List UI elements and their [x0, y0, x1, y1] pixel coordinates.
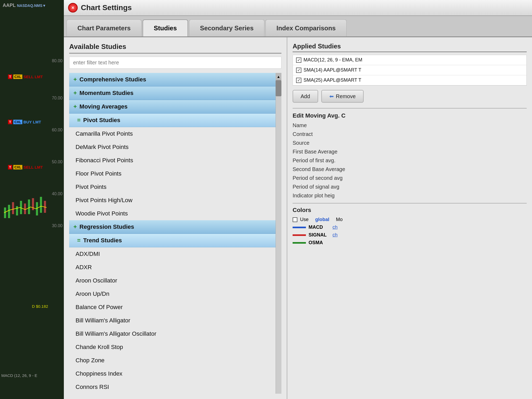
tab-secondary-series-label: Secondary Series: [200, 24, 253, 32]
svg-rect-1: [8, 205, 10, 218]
list-item-regression[interactable]: + Regression Studies: [69, 220, 281, 234]
field-second-period: Period of second avg: [293, 175, 527, 181]
list-item-momentum[interactable]: + Momentum Studies: [69, 86, 281, 100]
exchange-text: NASDAQ.NMS▼: [17, 3, 46, 8]
list-item-adxdmi[interactable]: ADX/DMI: [69, 247, 281, 261]
list-item-balance[interactable]: Balance Of Power: [69, 301, 281, 314]
use-global-checkbox[interactable]: [293, 217, 297, 222]
studies-list: + Comprehensive Studies + Momentum Studi…: [69, 73, 281, 394]
tab-chart-parameters-label: Chart Parameters: [77, 24, 131, 32]
study-label-bw-alligator: Bill William's Alligator: [76, 317, 130, 324]
sell-lmt-text-1: SELL LMT: [23, 74, 43, 79]
osma-color-swatch[interactable]: [293, 242, 306, 244]
cxl-badge-3: CXL: [13, 165, 22, 169]
global-link[interactable]: global: [315, 217, 329, 222]
expand-icon-momentum: +: [73, 90, 77, 97]
applied-studies-title: Applied Studies: [293, 43, 527, 52]
study-label-chande: Chande Kroll Stop: [76, 344, 123, 351]
applied-item-sma25[interactable]: ✓ SMA(25) AAPL@SMART T: [293, 75, 526, 85]
macd-color-swatch[interactable]: [293, 227, 306, 228]
list-item-choppiness[interactable]: Choppiness Index: [69, 367, 281, 380]
close-button[interactable]: ×: [68, 3, 78, 13]
study-label-trend: Trend Studies: [83, 237, 122, 244]
t-badge-3: T: [8, 165, 12, 169]
list-item-chop-zone[interactable]: Chop Zone: [69, 354, 281, 367]
sell-lmt-text-2: SELL LMT: [23, 165, 43, 169]
signal-color-label: SIGNAL: [309, 232, 330, 238]
remove-button[interactable]: ⬅ Remove: [321, 90, 364, 103]
tab-chart-parameters[interactable]: Chart Parameters: [66, 19, 142, 36]
list-item-fibonacci[interactable]: Fibonacci Pivot Points: [69, 154, 281, 167]
chart-settings-dialog: × Chart Settings Chart Parameters Studie…: [64, 0, 532, 399]
checkbox-sma25[interactable]: ✓: [296, 78, 301, 83]
signal-color-link[interactable]: ch: [332, 232, 338, 238]
list-item-demark[interactable]: DeMark Pivot Points: [69, 140, 281, 154]
study-label-momentum: Momentum Studies: [80, 90, 134, 97]
list-item-pivot-points[interactable]: Pivot Points: [69, 180, 281, 194]
field-first-period-label: Period of first avg.: [293, 157, 367, 164]
svg-rect-6: [28, 200, 30, 214]
study-label-camarilla: Camarilla Pivot Points: [76, 130, 133, 137]
study-label-floor: Floor Pivot Points: [76, 170, 121, 177]
list-item-aroon-osc[interactable]: Aroon Oscillator: [69, 274, 281, 287]
tab-studies[interactable]: Studies: [143, 19, 188, 36]
tab-index-comparisons[interactable]: Index Comparisons: [265, 19, 347, 36]
d-value: D $0.182: [32, 304, 48, 309]
price-label-3: 60.00: [52, 128, 63, 132]
field-second-period-label: Period of second avg: [293, 175, 367, 181]
list-item-camarilla[interactable]: Camarilla Pivot Points: [69, 127, 281, 140]
scrollbar-track: ▲: [276, 73, 281, 394]
field-contract-label: Contract: [293, 131, 367, 137]
study-label-comprehensive: Comprehensive Studies: [80, 76, 146, 83]
colors-section: Colors Use global Mo MACD ch SIGNAL ch: [293, 203, 527, 246]
study-label-chop-zone: Chop Zone: [76, 357, 105, 364]
svg-rect-2: [12, 202, 14, 214]
t-badge-2: T: [8, 120, 12, 124]
add-button[interactable]: Add: [293, 90, 318, 103]
osma-color-label: OSMA: [309, 240, 330, 246]
signal-color-swatch[interactable]: [293, 234, 306, 236]
scroll-up-button[interactable]: ▲: [276, 73, 281, 80]
field-second-base: Second Base Average: [293, 166, 527, 172]
field-signal-period-label: Period of signal avg: [293, 184, 367, 190]
macd-color-link[interactable]: ch: [332, 225, 338, 230]
field-first-base: First Base Average: [293, 149, 527, 155]
color-row-signal: SIGNAL ch: [293, 232, 527, 238]
list-item-floor[interactable]: Floor Pivot Points: [69, 167, 281, 180]
checkbox-macd[interactable]: ✓: [296, 57, 301, 63]
list-item-comprehensive[interactable]: + Comprehensive Studies: [69, 73, 281, 86]
color-row-osma: OSMA: [293, 240, 527, 246]
list-item-woodie[interactable]: Woodie Pivot Points: [69, 207, 281, 220]
filter-input[interactable]: [69, 57, 281, 69]
applied-item-macd[interactable]: ✓ MACD(12, 26, 9 - EMA, EM: [293, 55, 526, 65]
field-first-period: Period of first avg.: [293, 157, 527, 164]
list-item-pivot-studies[interactable]: = Pivot Studies: [69, 114, 281, 127]
list-item-moving-averages[interactable]: + Moving Averages: [69, 100, 281, 114]
sell-lmt-1: T CXL SELL LMT: [8, 74, 43, 79]
checkbox-sma14[interactable]: ✓: [296, 68, 301, 73]
study-label-choppiness: Choppiness Index: [76, 370, 122, 377]
tab-secondary-series[interactable]: Secondary Series: [189, 19, 264, 36]
list-item-aroon-updn[interactable]: Aroon Up/Dn: [69, 287, 281, 301]
list-item-chande[interactable]: Chande Kroll Stop: [69, 340, 281, 354]
macd-color-label: MACD: [309, 225, 330, 230]
scrollbar-thumb[interactable]: [276, 80, 281, 96]
expand-icon-pivot: =: [77, 117, 81, 124]
use-global-row: Use global Mo: [293, 217, 527, 222]
study-label-pivot-points: Pivot Points: [76, 184, 106, 190]
right-panel: Applied Studies ✓ MACD(12, 26, 9 - EMA, …: [287, 37, 532, 399]
list-item-connors[interactable]: Connors RSI: [69, 380, 281, 394]
list-item-trend[interactable]: = Trend Studies: [69, 234, 281, 247]
list-item-bw-alligator[interactable]: Bill William's Alligator: [69, 314, 281, 327]
field-indicator-height-label: Indicator plot heig: [293, 193, 367, 199]
list-item-pivot-highlow[interactable]: Pivot Points High/Low: [69, 194, 281, 207]
list-item-bw-alligator-osc[interactable]: Bill William's Alligator Oscillator: [69, 327, 281, 340]
list-item-adxr[interactable]: ADXR: [69, 261, 281, 274]
available-studies-title: Available Studies: [69, 43, 281, 53]
field-contract: Contract: [293, 131, 527, 137]
svg-rect-5: [24, 203, 26, 214]
use-global-text: Use: [300, 217, 309, 222]
field-indicator-height: Indicator plot heig: [293, 193, 527, 199]
applied-item-sma14[interactable]: ✓ SMA(14) AAPL@SMART T: [293, 65, 526, 75]
svg-rect-9: [40, 197, 42, 213]
